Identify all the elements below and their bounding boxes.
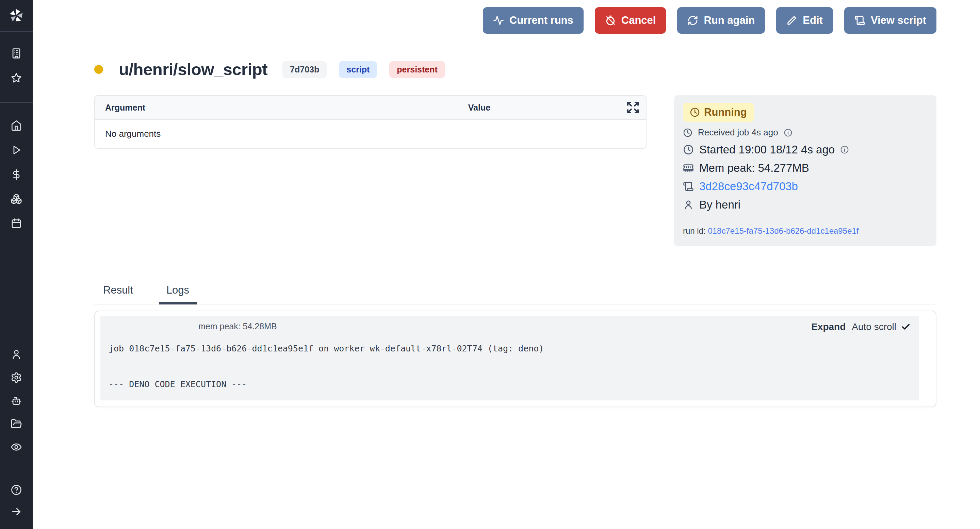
windmill-logo-icon [8, 8, 24, 24]
clock-icon [683, 144, 694, 155]
expand-table-icon[interactable] [626, 101, 640, 114]
run-again-button[interactable]: Run again [677, 7, 765, 34]
activity-icon [493, 15, 504, 26]
pencil-icon [786, 15, 797, 26]
log-viewer: mem peak: 54.28MB Expand Auto scroll job… [100, 316, 919, 400]
script-kind-badge[interactable]: script [339, 61, 377, 78]
view-script-label: View script [871, 14, 926, 27]
no-arguments-text: No arguments [95, 120, 646, 148]
arrow-right-icon[interactable] [11, 506, 22, 518]
boxes-icon[interactable] [11, 193, 22, 205]
persistent-badge[interactable]: persistent [389, 61, 445, 78]
calendar-icon[interactable] [11, 218, 22, 229]
language-dot [94, 65, 103, 74]
column-header-value: Value [313, 103, 646, 113]
tab-logs[interactable]: Logs [161, 284, 195, 304]
clock-icon [683, 128, 692, 137]
timer-off-icon [605, 15, 616, 26]
triggered-by-row: By henri [683, 199, 928, 211]
user-icon[interactable] [11, 349, 22, 360]
log-text[interactable]: job 018c7e15-fa75-13d6-b626-dd1c1ea95e1f… [108, 343, 911, 390]
action-toolbar: Current runs Cancel Run again Edit View … [94, 0, 937, 41]
log-header: mem peak: 54.28MB Expand Auto scroll [108, 321, 911, 332]
edit-label: Edit [803, 14, 823, 27]
windmill-logo[interactable] [0, 0, 33, 32]
run-id-row: run id: 018c7e15-fa75-13d6-b626-dd1c1ea9… [683, 226, 928, 236]
started-row: Started 19:00 18/12 4s ago [683, 143, 928, 156]
current-runs-button[interactable]: Current runs [483, 7, 584, 34]
building-icon[interactable] [11, 48, 22, 59]
run-again-label: Run again [704, 14, 755, 27]
status-badge: Running [683, 103, 754, 122]
checkmark-icon [901, 322, 911, 332]
bot-icon[interactable] [11, 395, 22, 407]
mem-peak-text: Mem peak: 54.277MB [699, 162, 809, 175]
triggered-by-text: By henri [699, 199, 740, 211]
script-title-row: u/henri/slow_script 7d703b script persis… [94, 60, 937, 79]
current-runs-label: Current runs [509, 14, 573, 27]
clock-icon [690, 107, 700, 118]
content-row: Argument Value No arguments Running Rece… [94, 95, 937, 246]
home-icon[interactable] [11, 120, 22, 131]
script-hash-row: 3d28ce93c47d703b [683, 180, 928, 193]
started-text: Started 19:00 18/12 4s ago [699, 143, 835, 156]
run-id-link[interactable]: 018c7e15-fa75-13d6-b626-dd1c1ea95e1f [708, 226, 859, 235]
user-icon [683, 199, 694, 210]
sidebar [0, 0, 33, 529]
status-badge-label: Running [704, 106, 747, 118]
view-script-button[interactable]: View script [844, 7, 937, 34]
title-badges: 7d703b script persistent [282, 61, 445, 78]
result-logs-tabs: Result Logs [94, 284, 937, 305]
memory-stick-icon [683, 163, 694, 173]
refresh-icon [687, 15, 698, 26]
dollar-icon[interactable] [11, 169, 22, 180]
main-content: Current runs Cancel Run again Edit View … [33, 0, 980, 529]
scroll-icon [854, 15, 865, 26]
log-expand-button[interactable]: Expand [811, 321, 846, 332]
page-title: u/henri/slow_script [119, 60, 267, 79]
settings-gear-icon[interactable] [11, 372, 22, 383]
edit-button[interactable]: Edit [776, 7, 833, 34]
arguments-table-header: Argument Value [95, 96, 646, 120]
help-circle-icon[interactable] [11, 484, 22, 496]
cancel-button[interactable]: Cancel [595, 7, 666, 34]
tab-result[interactable]: Result [98, 284, 138, 304]
folder-open-icon[interactable] [11, 418, 22, 430]
star-icon[interactable] [11, 72, 22, 84]
autoscroll-toggle[interactable]: Auto scroll [852, 321, 911, 332]
sidebar-section-help [0, 484, 33, 529]
column-header-argument: Argument [95, 103, 218, 113]
app-root: Current runs Cancel Run again Edit View … [0, 0, 980, 529]
script-hash-link[interactable]: 3d28ce93c47d703b [699, 180, 798, 193]
eye-icon[interactable] [11, 441, 22, 453]
run-id-label: run id: [683, 226, 706, 235]
commit-hash-badge[interactable]: 7d703b [282, 61, 327, 78]
arguments-table: Argument Value No arguments [94, 95, 646, 149]
autoscroll-label: Auto scroll [852, 321, 896, 332]
mem-peak-row: Mem peak: 54.277MB [683, 162, 928, 175]
sidebar-section-admin [0, 349, 33, 453]
job-status-panel: Running Received job 4s ago Started 19:0… [674, 95, 937, 246]
sidebar-section-main [0, 103, 33, 229]
log-card: mem peak: 54.28MB Expand Auto scroll job… [94, 311, 937, 407]
sidebar-section-workspace [0, 32, 33, 103]
play-icon[interactable] [11, 144, 22, 156]
info-icon[interactable] [840, 145, 849, 154]
info-icon[interactable] [784, 128, 792, 137]
scroll-icon [683, 181, 694, 192]
cancel-label: Cancel [621, 14, 656, 27]
log-mem-peak: mem peak: 54.28MB [198, 321, 277, 331]
received-text: Received job 4s ago [698, 127, 778, 138]
received-row: Received job 4s ago [683, 127, 928, 138]
log-actions: Expand Auto scroll [811, 321, 911, 332]
